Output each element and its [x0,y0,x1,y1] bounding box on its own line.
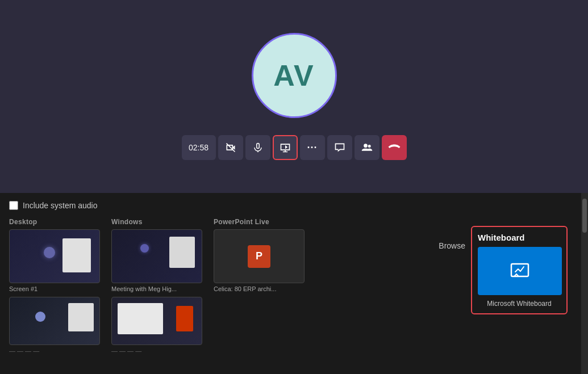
window-thumb-label-1: Meeting with Meg Hig... [111,285,202,292]
scrollbar-thumb[interactable] [582,199,587,233]
window-thumbnails: Meeting with Meg Hig... — — — — [111,229,202,354]
whiteboard-title: Whiteboard [478,233,561,242]
desktop-thumbnails: Screen #1 — — — — [9,229,100,354]
system-audio-label[interactable]: Include system audio [23,201,98,210]
desktop-thumb-item-1: Screen #1 [9,229,100,292]
chat-button[interactable] [327,135,352,160]
powerpoint-category-title: PowerPoint Live [214,218,305,226]
powerpoint-column: PowerPoint Live P Celica: 80 ERP archi..… [214,218,305,354]
ppt-thumb-item-1: P Celica: 80 ERP archi... [214,229,305,292]
windows-column: Windows Meeting with Meg Hig... — — — — [111,218,202,354]
window-thumbnail-1[interactable] [111,229,202,283]
desktop-thumbnail-2[interactable] [9,297,100,345]
browse-label: Browse [439,241,465,250]
avatar: AV [252,33,337,118]
windows-category-title: Windows [111,218,202,226]
system-audio-row: Include system audio [9,201,579,210]
microsoft-whiteboard-label: Microsoft Whiteboard [478,300,561,308]
browse-section: Browse [439,226,465,251]
ppt-thumb-label-1: Celica: 80 ERP archi... [214,285,305,292]
window-thumb-item-1: Meeting with Meg Hig... [111,229,202,292]
avatar-initials: AV [273,58,314,93]
desktop-category-title: Desktop [9,218,100,226]
desktop-column: Desktop Screen #1 — — — — [9,218,100,354]
end-call-button[interactable] [382,135,407,160]
end-call-icon [388,144,401,152]
window-thumbnail-2[interactable] [111,297,202,345]
participants-icon [361,142,373,153]
chat-icon [334,142,345,153]
call-timer: 02:58 [182,135,216,160]
mic-icon [253,142,263,153]
window-thumb-item-2: — — — — [111,297,202,354]
desktop-thumb-label-1: Screen #1 [9,285,100,292]
share-panel: Include system audio Desktop Screen #1 [0,193,588,374]
video-icon [225,142,236,153]
scrollbar-track[interactable] [581,193,588,374]
share-screen-icon [280,142,291,153]
call-controls-bar: 02:58 ··· [182,135,407,160]
window-thumb-label-2: — — — — [111,347,202,354]
call-area: AV 02:58 ··· [0,0,588,193]
more-options-button[interactable]: ··· [300,135,325,160]
desktop-thumb-item-2: — — — — [9,297,100,354]
desktop-thumb-label-2: — — — — [9,347,100,354]
participants-button[interactable] [355,135,380,160]
share-panel-inner: Include system audio Desktop Screen #1 [0,193,588,362]
video-toggle-button[interactable] [218,135,243,160]
whiteboard-icon [507,259,532,284]
powerpoint-icon: P [248,245,270,268]
system-audio-checkbox[interactable] [9,201,18,210]
share-screen-button[interactable] [273,135,298,160]
right-panel: Browse Whiteboard Micro [439,226,568,314]
more-dots-icon: ··· [307,142,317,154]
whiteboard-card[interactable]: Whiteboard Microsoft Whiteboard [471,226,568,314]
whiteboard-thumbnail[interactable] [478,247,562,295]
desktop-thumbnail-1[interactable] [9,229,100,283]
ppt-thumbnail-1[interactable]: P [214,229,305,283]
mic-button[interactable] [245,135,270,160]
